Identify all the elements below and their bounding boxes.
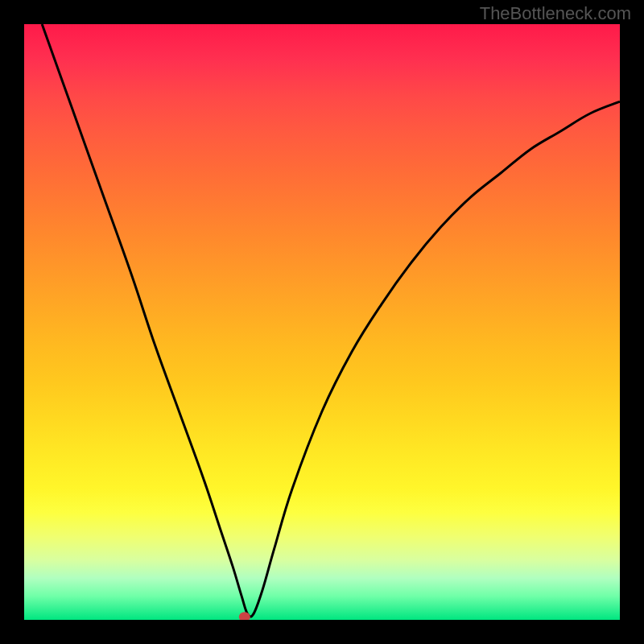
curve-line [42,24,620,617]
chart-plot-area [24,24,620,620]
chart-svg [24,24,620,620]
watermark-text: TheBottleneck.com [480,3,631,24]
